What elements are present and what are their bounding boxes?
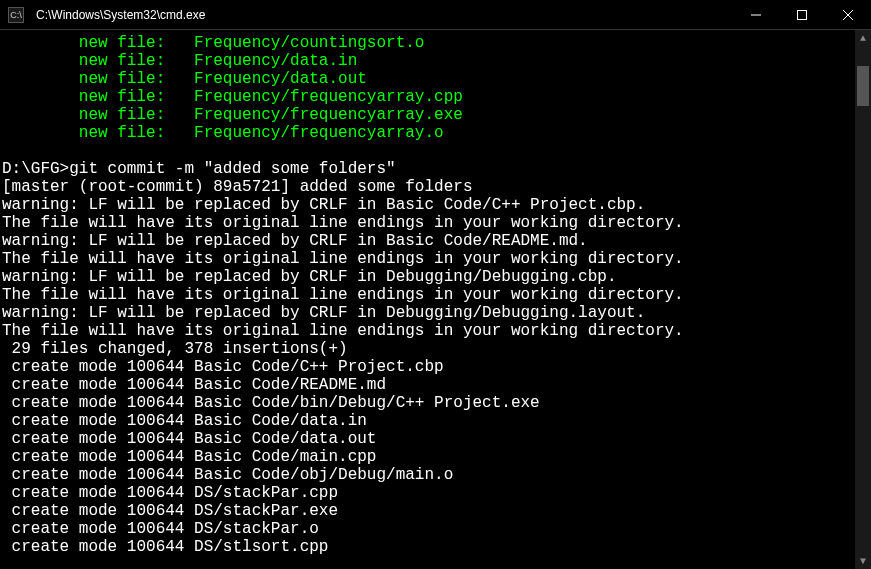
staged-file-line: new file: Frequency/countingsort.o — [2, 34, 424, 52]
output-line: The file will have its original line end… — [2, 286, 684, 304]
output-line: create mode 100644 DS/stackPar.o — [2, 520, 319, 538]
output-line: create mode 100644 Basic Code/obj/Debug/… — [2, 466, 453, 484]
window-title: C:\Windows\System32\cmd.exe — [32, 8, 733, 22]
output-line: warning: LF will be replaced by CRLF in … — [2, 304, 645, 322]
output-line: create mode 100644 Basic Code/main.cpp — [2, 448, 376, 466]
scrollbar-thumb[interactable] — [857, 66, 869, 106]
output-line: The file will have its original line end… — [2, 250, 684, 268]
cmd-icon: C:\ — [8, 7, 24, 23]
staged-file-line: new file: Frequency/frequencyarray.o — [2, 124, 444, 142]
scroll-down-icon[interactable]: ▼ — [855, 553, 871, 569]
staged-file-line: new file: Frequency/data.in — [2, 52, 357, 70]
output-line: warning: LF will be replaced by CRLF in … — [2, 196, 645, 214]
prompt-line: D:\GFG>git commit -m "added some folders… — [2, 160, 396, 178]
minimize-button[interactable] — [733, 0, 779, 30]
output-line: The file will have its original line end… — [2, 214, 684, 232]
output-line: create mode 100644 Basic Code/README.md — [2, 376, 386, 394]
output-line: create mode 100644 Basic Code/data.out — [2, 430, 376, 448]
output-line: create mode 100644 Basic Code/data.in — [2, 412, 367, 430]
scroll-up-icon[interactable]: ▲ — [855, 30, 871, 46]
titlebar[interactable]: C:\ C:\Windows\System32\cmd.exe — [0, 0, 871, 30]
output-line: [master (root-commit) 89a5721] added som… — [2, 178, 472, 196]
output-line: create mode 100644 DS/stlsort.cpp — [2, 538, 328, 556]
scrollbar-track[interactable] — [855, 46, 871, 553]
output-line: create mode 100644 DS/stackPar.exe — [2, 502, 338, 520]
terminal-output[interactable]: new file: Frequency/countingsort.o new f… — [0, 30, 855, 569]
staged-file-line: new file: Frequency/frequencyarray.exe — [2, 106, 463, 124]
output-line: The file will have its original line end… — [2, 322, 684, 340]
svg-rect-1 — [798, 10, 807, 19]
output-line: create mode 100644 DS/stackPar.cpp — [2, 484, 338, 502]
output-line: 29 files changed, 378 insertions(+) — [2, 340, 348, 358]
scrollbar[interactable]: ▲ ▼ — [855, 30, 871, 569]
close-button[interactable] — [825, 0, 871, 30]
staged-file-line: new file: Frequency/data.out — [2, 70, 367, 88]
staged-file-line: new file: Frequency/frequencyarray.cpp — [2, 88, 463, 106]
maximize-button[interactable] — [779, 0, 825, 30]
output-line: create mode 100644 Basic Code/C++ Projec… — [2, 358, 444, 376]
output-line: warning: LF will be replaced by CRLF in … — [2, 268, 617, 286]
output-line: create mode 100644 Basic Code/bin/Debug/… — [2, 394, 540, 412]
output-line: warning: LF will be replaced by CRLF in … — [2, 232, 588, 250]
